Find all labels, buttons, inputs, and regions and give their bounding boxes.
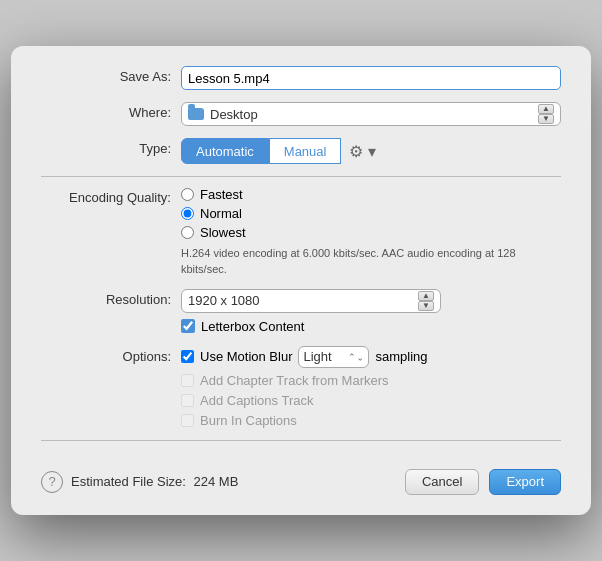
type-row: Type: Automatic Manual ⚙ ▾ [41,138,561,164]
resolution-controls: 1920 x 1080 ▲ ▼ Letterbox Content [181,289,561,334]
burn-captions-label: Burn In Captions [200,413,297,428]
export-dialog: Save As: Where: Desktop ▲ ▼ Type: Au [11,46,591,515]
footer-left: ? Estimated File Size: 224 MB [41,471,238,493]
gear-button[interactable]: ⚙ ▾ [349,142,375,161]
where-select-control[interactable]: Desktop ▲ ▼ [181,102,561,126]
encoding-label: Encoding Quality: [41,187,181,205]
radio-slowest-label: Slowest [200,225,246,240]
radio-normal-label: Normal [200,206,242,221]
file-size-value: 224 MB [194,474,239,489]
motion-blur-row: Use Motion Blur Light ⌃ sampling [181,346,561,368]
options-section: Use Motion Blur Light ⌃ sampling Add Cha… [181,346,561,428]
file-size-text: Estimated File Size: [71,474,186,489]
motion-blur-checkbox[interactable] [181,350,194,363]
where-controls: Desktop ▲ ▼ [181,102,561,126]
options-label: Options: [41,346,181,364]
folder-icon [188,108,204,120]
where-select[interactable]: Desktop [210,107,534,122]
radio-normal[interactable] [181,207,194,220]
file-size-label: Estimated File Size: 224 MB [71,474,238,489]
radio-normal-row: Normal [181,206,561,221]
sampling-label: sampling [375,349,427,364]
resolution-row: Resolution: 1920 x 1080 ▲ ▼ Letterbox Co… [41,289,561,334]
divider-2 [41,440,561,441]
save-as-controls [181,66,561,90]
radio-fastest-label: Fastest [200,187,243,202]
save-as-label: Save As: [41,66,181,84]
type-automatic-button[interactable]: Automatic [181,138,269,164]
letterbox-checkbox[interactable] [181,319,195,333]
export-button[interactable]: Export [489,469,561,495]
letterbox-row: Letterbox Content [181,319,561,334]
add-captions-checkbox[interactable] [181,394,194,407]
letterbox-label: Letterbox Content [201,319,304,334]
add-chapter-label: Add Chapter Track from Markers [200,373,389,388]
stepper-up[interactable]: ▲ [538,104,554,114]
motion-select-control[interactable]: Light ⌃ [298,346,369,368]
resolution-label: Resolution: [41,289,181,307]
resolution-select[interactable]: 1920 x 1080 [188,293,414,308]
type-manual-button[interactable]: Manual [269,138,342,164]
help-button[interactable]: ? [41,471,63,493]
radio-slowest-row: Slowest [181,225,561,240]
resolution-stepper[interactable]: ▲ ▼ [418,291,434,311]
cancel-button[interactable]: Cancel [405,469,479,495]
radio-fastest-row: Fastest [181,187,561,202]
options-row: Options: Use Motion Blur Light ⌃ samplin… [41,346,561,428]
motion-blur-label: Use Motion Blur [200,349,292,364]
motion-select[interactable]: Light [303,349,346,364]
stepper-down[interactable]: ▼ [538,114,554,124]
options-controls: Use Motion Blur Light ⌃ sampling Add Cha… [181,346,561,428]
resolution-stepper-up[interactable]: ▲ [418,291,434,301]
add-chapter-row: Add Chapter Track from Markers [181,373,561,388]
where-label: Where: [41,102,181,120]
divider-1 [41,176,561,177]
footer-right: Cancel Export [405,469,561,495]
encoding-description: H.264 video encoding at 6.000 kbits/sec.… [181,246,521,277]
burn-captions-checkbox[interactable] [181,414,194,427]
type-controls-wrap: Automatic Manual ⚙ ▾ [181,138,561,164]
where-row: Where: Desktop ▲ ▼ [41,102,561,126]
radio-fastest[interactable] [181,188,194,201]
type-label: Type: [41,138,181,156]
radio-group: Fastest Normal Slowest [181,187,561,240]
radio-slowest[interactable] [181,226,194,239]
burn-captions-row: Burn In Captions [181,413,561,428]
add-captions-label: Add Captions Track [200,393,313,408]
type-controls: Automatic Manual ⚙ ▾ [181,138,561,164]
footer: ? Estimated File Size: 224 MB Cancel Exp… [41,457,561,495]
encoding-controls: Fastest Normal Slowest H.264 video encod… [181,187,561,277]
add-captions-row: Add Captions Track [181,393,561,408]
add-chapter-checkbox[interactable] [181,374,194,387]
resolution-select-control[interactable]: 1920 x 1080 ▲ ▼ [181,289,441,313]
where-stepper[interactable]: ▲ ▼ [538,104,554,124]
encoding-row: Encoding Quality: Fastest Normal Slowest… [41,187,561,277]
resolution-stepper-down[interactable]: ▼ [418,301,434,311]
save-as-input[interactable] [181,66,561,90]
save-as-row: Save As: [41,66,561,90]
